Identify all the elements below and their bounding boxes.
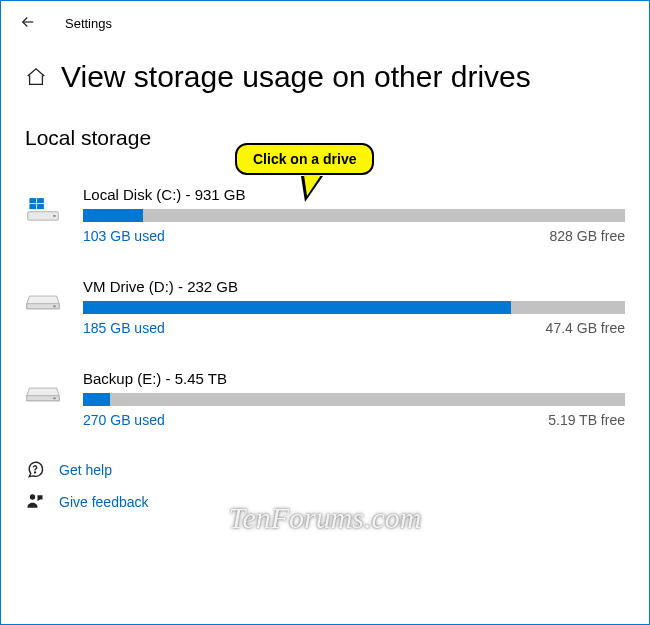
drive-list: Local Disk (C:) - 931 GB103 GB used828 G… xyxy=(1,160,649,448)
svg-point-10 xyxy=(35,472,36,473)
usage-bar xyxy=(83,301,625,314)
svg-rect-9 xyxy=(53,397,56,399)
drive-free: 5.19 TB free xyxy=(548,412,625,428)
get-help-link[interactable]: Get help xyxy=(25,454,625,486)
drive-row[interactable]: VM Drive (D:) - 232 GB185 GB used47.4 GB… xyxy=(25,264,625,356)
drive-icon xyxy=(25,192,61,228)
help-icon xyxy=(25,460,45,480)
drive-row[interactable]: Local Disk (C:) - 931 GB103 GB used828 G… xyxy=(25,172,625,264)
drive-used: 270 GB used xyxy=(83,412,165,428)
drive-icon xyxy=(25,376,61,412)
callout-tail xyxy=(301,176,323,202)
svg-rect-2 xyxy=(29,198,36,203)
drive-row[interactable]: Backup (E:) - 5.45 TB270 GB used5.19 TB … xyxy=(25,356,625,448)
usage-bar xyxy=(83,393,625,406)
drive-used: 185 GB used xyxy=(83,320,165,336)
drive-used: 103 GB used xyxy=(83,228,165,244)
drive-free: 47.4 GB free xyxy=(546,320,625,336)
give-feedback-label: Give feedback xyxy=(59,494,149,510)
callout-annotation: Click on a drive xyxy=(235,143,374,175)
page-title: View storage usage on other drives xyxy=(61,60,531,94)
svg-point-11 xyxy=(30,494,35,499)
app-title: Settings xyxy=(65,16,112,31)
get-help-label: Get help xyxy=(59,462,112,478)
svg-rect-5 xyxy=(37,204,44,209)
back-button[interactable] xyxy=(19,13,37,34)
feedback-icon xyxy=(25,492,45,512)
svg-rect-1 xyxy=(53,215,56,217)
drive-label: Local Disk (C:) - 931 GB xyxy=(83,186,625,203)
usage-bar xyxy=(83,209,625,222)
drive-free: 828 GB free xyxy=(550,228,626,244)
drive-label: VM Drive (D:) - 232 GB xyxy=(83,278,625,295)
svg-rect-4 xyxy=(29,204,36,209)
svg-rect-7 xyxy=(53,305,56,307)
give-feedback-link[interactable]: Give feedback xyxy=(25,486,625,518)
svg-rect-3 xyxy=(37,198,44,203)
drive-icon xyxy=(25,284,61,320)
drive-label: Backup (E:) - 5.45 TB xyxy=(83,370,625,387)
home-icon xyxy=(25,66,47,88)
